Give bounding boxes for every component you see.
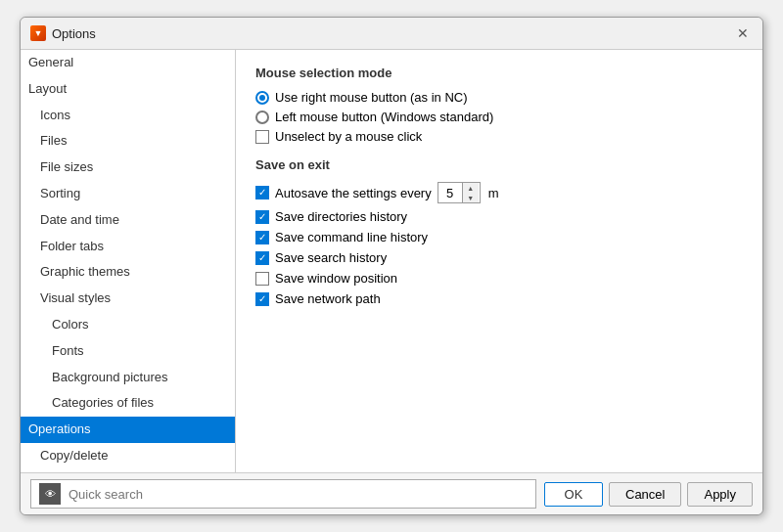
unselect-checkbox bbox=[255, 130, 269, 144]
sidebar-item-graphic-themes[interactable]: Graphic themes bbox=[21, 259, 235, 286]
sidebar-item-icons[interactable]: Icons bbox=[21, 103, 235, 129]
dialog-footer: 👁 OK Cancel Apply bbox=[21, 472, 762, 514]
sidebar-item-colors[interactable]: Colors bbox=[21, 312, 235, 338]
sidebar-item-operations[interactable]: Operations bbox=[21, 417, 235, 443]
sidebar-item-files[interactable]: Files bbox=[21, 128, 235, 155]
app-icon: ▼ bbox=[30, 25, 46, 41]
save-search-checkbox bbox=[255, 251, 269, 265]
autosave-unit: m bbox=[488, 186, 499, 200]
options-dialog: ▼ Options ✕ GeneralLayoutIconsFilesFile … bbox=[20, 17, 763, 515]
autosave-checkbox[interactable] bbox=[255, 186, 269, 200]
spinner-down[interactable]: ▼ bbox=[463, 193, 479, 202]
search-bar[interactable]: 👁 bbox=[30, 479, 536, 509]
radio-left-mouse[interactable]: Left mouse button (Windows standard) bbox=[255, 110, 743, 124]
save-dirs-label: Save directories history bbox=[275, 209, 407, 224]
save-search-option[interactable]: Save search history bbox=[255, 250, 743, 265]
sidebar-item-file-sizes[interactable]: File sizes bbox=[21, 155, 235, 181]
title-bar-left: ▼ Options bbox=[30, 25, 96, 41]
spinner-up[interactable]: ▲ bbox=[463, 183, 479, 193]
search-icon[interactable]: 👁 bbox=[39, 483, 61, 505]
radio-left-mouse-label: Left mouse button (Windows standard) bbox=[275, 110, 493, 124]
save-dirs-checkbox bbox=[255, 210, 269, 224]
close-button[interactable]: ✕ bbox=[733, 23, 753, 43]
dialog-title: Options bbox=[52, 26, 96, 41]
autosave-label: Autosave the settings every bbox=[275, 186, 432, 200]
unselect-checkbox-option[interactable]: Unselect by a mouse click bbox=[255, 129, 743, 144]
radio-right-mouse[interactable]: Use right mouse button (as in NC) bbox=[255, 90, 743, 105]
save-window-label: Save window position bbox=[275, 271, 397, 286]
ok-button[interactable]: OK bbox=[544, 482, 603, 507]
sidebar-item-fonts[interactable]: Fonts bbox=[21, 338, 235, 365]
radio-right-mouse-label: Use right mouse button (as in NC) bbox=[275, 90, 468, 105]
radio-left-mouse-indicator bbox=[255, 111, 269, 124]
autosave-row: Autosave the settings every ▲ ▼ m bbox=[255, 182, 743, 203]
spinner-arrows: ▲ ▼ bbox=[462, 183, 479, 202]
sidebar-item-date-and-time[interactable]: Date and time bbox=[21, 207, 235, 234]
save-network-label: Save network path bbox=[275, 291, 381, 306]
autosave-spinner[interactable]: ▲ ▼ bbox=[438, 182, 481, 203]
save-section-title: Save on exit bbox=[255, 157, 743, 172]
sidebar-item-background-pictures[interactable]: Background pictures bbox=[21, 365, 235, 391]
unselect-label: Unselect by a mouse click bbox=[275, 129, 422, 144]
save-search-label: Save search history bbox=[275, 250, 387, 265]
sidebar-item-categories-of-files[interactable]: Categories of files bbox=[21, 390, 235, 417]
save-network-option[interactable]: Save network path bbox=[255, 291, 743, 306]
cancel-button[interactable]: Cancel bbox=[609, 482, 681, 507]
sidebar-item-visual-styles[interactable]: Visual styles bbox=[21, 286, 235, 312]
search-input[interactable] bbox=[69, 487, 528, 502]
radio-right-mouse-indicator bbox=[255, 91, 269, 105]
main-content: Mouse selection mode Use right mouse but… bbox=[236, 50, 762, 472]
title-bar: ▼ Options ✕ bbox=[21, 18, 762, 50]
save-cmdline-option[interactable]: Save command line history bbox=[255, 230, 743, 244]
dialog-body: GeneralLayoutIconsFilesFile sizesSorting… bbox=[21, 50, 762, 472]
sidebar-item-sorting[interactable]: Sorting bbox=[21, 181, 235, 207]
save-network-checkbox bbox=[255, 292, 269, 306]
sidebar-item-layout[interactable]: Layout bbox=[21, 76, 235, 103]
sidebar-item-folder-tabs[interactable]: Folder tabs bbox=[21, 234, 235, 260]
save-cmdline-checkbox bbox=[255, 231, 269, 244]
footer-buttons: OK Cancel Apply bbox=[544, 482, 753, 507]
save-window-checkbox bbox=[255, 272, 269, 286]
sidebar-item-copy-delete[interactable]: Copy/delete bbox=[21, 443, 235, 469]
apply-button[interactable]: Apply bbox=[687, 482, 753, 507]
mouse-radio-group: Use right mouse button (as in NC) Left m… bbox=[255, 90, 743, 144]
autosave-value[interactable] bbox=[438, 185, 462, 201]
save-cmdline-label: Save command line history bbox=[275, 230, 428, 244]
sidebar-item-general[interactable]: General bbox=[21, 50, 235, 76]
save-window-option[interactable]: Save window position bbox=[255, 271, 743, 286]
sidebar: GeneralLayoutIconsFilesFile sizesSorting… bbox=[21, 50, 236, 472]
mouse-section-title: Mouse selection mode bbox=[255, 66, 743, 80]
save-dirs-option[interactable]: Save directories history bbox=[255, 209, 743, 224]
